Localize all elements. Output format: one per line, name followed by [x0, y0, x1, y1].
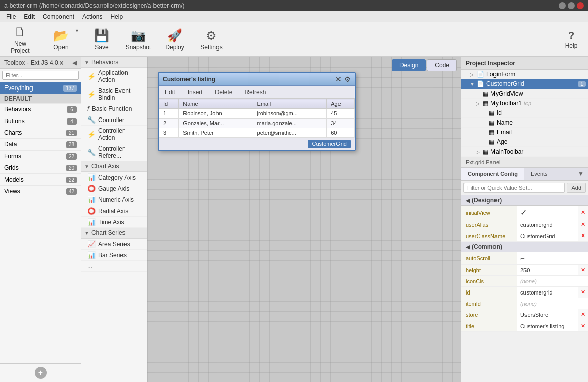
detail-item-more[interactable]: ...: [81, 261, 147, 272]
toolbox-item-everything[interactable]: Everything 137: [0, 82, 81, 94]
prop-clear-store[interactable]: ✕: [578, 309, 588, 320]
menu-help[interactable]: Help: [106, 12, 127, 21]
toolbox-item-models[interactable]: Models 22: [0, 174, 81, 186]
add-property-button[interactable]: Add: [567, 183, 586, 193]
detail-item-numeric-axis[interactable]: 📊 Numeric Axis: [81, 194, 147, 205]
col-age-icon: ▦: [489, 138, 494, 145]
detail-item-controller-action[interactable]: ⚡ Controller Action: [81, 126, 147, 143]
prop-value-useralias[interactable]: customergrid: [517, 219, 578, 230]
minimize-button[interactable]: [559, 2, 566, 9]
grid-edit-button[interactable]: Edit: [163, 87, 177, 97]
toolbox-item-behaviors[interactable]: Behaviors 6: [0, 104, 81, 115]
tab-events[interactable]: Events: [524, 168, 554, 180]
detail-item-time-axis[interactable]: 📊 Time Axis: [81, 217, 147, 228]
detail-section-chart-axis[interactable]: ▼ Chart Axis: [81, 161, 147, 172]
toolbox-item-forms[interactable]: Forms 22: [0, 151, 81, 162]
prop-value-iconcls[interactable]: (none): [517, 276, 588, 286]
toolbox-item-buttons[interactable]: Buttons 4: [0, 115, 81, 127]
grid-insert-button[interactable]: Insert: [185, 87, 205, 97]
prop-clear-initialview[interactable]: ✕: [578, 206, 588, 219]
detail-section-chart-series[interactable]: ▼ Chart Series: [81, 228, 147, 239]
table-row[interactable]: 2 Gonzales, Mar... maria.gonzale... 34: [159, 119, 355, 128]
tab-code[interactable]: Code: [427, 59, 457, 71]
prop-clear-id[interactable]: ✕: [578, 287, 588, 298]
grid-close-button[interactable]: ✕: [334, 75, 343, 83]
cell-name: Gonzales, Mar...: [179, 119, 253, 128]
detail-item-area-series[interactable]: 📈 Area Series: [81, 239, 147, 250]
tree-item-mytoolbar1[interactable]: ▷ ▦ MyToolbar1 top: [461, 99, 588, 108]
toolbox-item-data[interactable]: Data 38: [0, 139, 81, 151]
prop-value-itemid[interactable]: (none): [517, 298, 588, 309]
tree-item-col-name[interactable]: ▦ Name: [461, 118, 588, 128]
prop-value-store[interactable]: UsersStore: [517, 309, 578, 320]
grid-gear-button[interactable]: ⚙: [344, 75, 351, 83]
prop-value-userclassname[interactable]: CustomerGrid: [517, 230, 578, 241]
new-project-button[interactable]: 🗋 New Project: [4, 25, 37, 54]
prop-clear-title[interactable]: ✕: [578, 320, 588, 331]
detail-item-area-series-label: Area Series: [98, 241, 130, 248]
grid-delete-button[interactable]: Delete: [213, 87, 235, 97]
prop-name-height: height: [461, 265, 517, 275]
tree-item-mygridview[interactable]: ▦ MyGridView: [461, 89, 588, 99]
prop-clear-height[interactable]: ✕: [578, 265, 588, 275]
detail-item-application-action[interactable]: ⚡ Application Action: [81, 68, 147, 85]
prop-clear-useralias[interactable]: ✕: [578, 219, 588, 230]
detail-item-controller-action-label: Controller Action: [98, 127, 143, 141]
tree-item-loginform[interactable]: ▷ 📄 LoginForm: [461, 70, 588, 79]
toolbox-item-models-label: Models: [4, 176, 24, 183]
toolbox-item-grids[interactable]: Grids 20: [0, 162, 81, 174]
toolbox-item-buttons-label: Buttons: [4, 117, 25, 125]
tab-design[interactable]: Design: [392, 59, 426, 71]
prop-value-height[interactable]: 250: [517, 265, 578, 275]
grid-refresh-button[interactable]: Refresh: [242, 87, 268, 97]
main-toolbar: 🗋 New Project 📂 Open ▼ 💾 Save 📷 Snapshot…: [0, 22, 588, 57]
prop-value-id[interactable]: customergrid: [517, 287, 578, 298]
detail-item-basic-function[interactable]: f Basic Function: [81, 103, 147, 114]
toolbox-filter-input[interactable]: [2, 71, 79, 80]
property-tabs-arrow[interactable]: ▼: [574, 168, 588, 180]
tree-item-maintoolbar[interactable]: ▷ ▦ MainToolbar: [461, 147, 588, 157]
customergrid-expand-icon: ▼: [470, 81, 476, 87]
help-button[interactable]: ? Help: [559, 25, 584, 54]
detail-item-controller[interactable]: 🔧 Controller: [81, 114, 147, 126]
table-row[interactable]: 3 Smith, Peter peter@smithc... 60: [159, 128, 355, 138]
toolbox-item-views[interactable]: Views 42: [0, 186, 81, 197]
toolbox-add-button[interactable]: +: [35, 367, 47, 379]
save-button[interactable]: 💾 Save: [85, 25, 118, 54]
close-button[interactable]: [577, 2, 584, 9]
prop-row-userclassname: userClassName CustomerGrid ✕: [461, 230, 588, 242]
maintoolbar-expand-icon: ▷: [476, 149, 482, 155]
prop-name-itemid: itemId: [461, 298, 517, 309]
deploy-button[interactable]: 🚀 Deploy: [159, 25, 191, 54]
toolbox-collapse-arrow[interactable]: ◀: [72, 59, 77, 66]
menu-component[interactable]: Component: [39, 12, 78, 21]
menu-actions[interactable]: Actions: [78, 12, 106, 21]
detail-item-bar-series[interactable]: 📊 Bar Series: [81, 250, 147, 261]
snapshot-button[interactable]: 📷 Snapshot: [122, 25, 154, 54]
detail-item-radial-axis[interactable]: ⭕ Radial Axis: [81, 205, 147, 217]
menu-file[interactable]: File: [2, 12, 20, 21]
toolbox-item-charts[interactable]: Charts 21: [0, 127, 81, 139]
prop-clear-userclassname[interactable]: ✕: [578, 230, 588, 241]
prop-value-autoscroll[interactable]: ⌐: [517, 252, 588, 264]
right-panel: Project Inspector ▷ 📄 LoginForm ▼ 📄 Cust…: [461, 57, 588, 382]
table-row[interactable]: 1 Robinson, John jrobinson@gm... 45: [159, 109, 355, 119]
detail-item-controller-reference[interactable]: 🔧 Controller Refere...: [81, 143, 147, 161]
cell-name: Smith, Peter: [179, 128, 253, 138]
detail-item-gauge-axis[interactable]: ⭕ Gauge Axis: [81, 183, 147, 194]
detail-item-basic-event-binding[interactable]: ⚡ Basic Event Bindin: [81, 85, 147, 103]
detail-section-behaviors[interactable]: ▼ Behaviors: [81, 57, 147, 68]
tree-item-col-email[interactable]: ▦ Email: [461, 128, 588, 137]
menu-edit[interactable]: Edit: [20, 12, 39, 21]
col-id: Id: [159, 99, 179, 109]
detail-item-category-axis[interactable]: 📊 Category Axis: [81, 172, 147, 183]
maximize-button[interactable]: [568, 2, 575, 9]
tree-item-col-age[interactable]: ▦ Age: [461, 137, 588, 147]
tree-item-customergrid[interactable]: ▼ 📄 CustomerGrid 1: [461, 79, 588, 89]
prop-value-title[interactable]: Customer's listing: [517, 320, 578, 331]
tree-item-col-id[interactable]: ▦ Id: [461, 108, 588, 118]
property-filter-input[interactable]: [463, 183, 565, 193]
prop-value-initialview[interactable]: ✓: [517, 206, 578, 219]
settings-button[interactable]: ⚙ Settings: [195, 25, 228, 54]
tab-component-config[interactable]: Component Config: [461, 168, 524, 180]
